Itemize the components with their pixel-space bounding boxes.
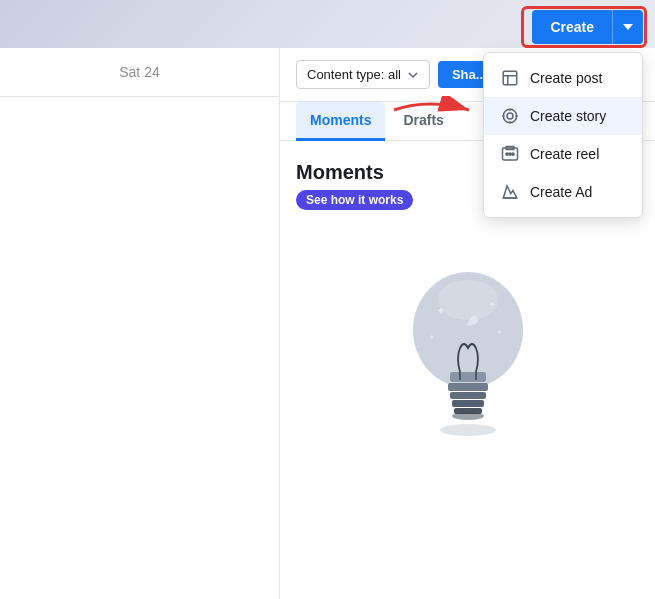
- svg-point-27: [440, 424, 496, 436]
- see-how-badge[interactable]: See how it works: [296, 190, 413, 210]
- tab-moments[interactable]: Moments: [296, 102, 385, 141]
- svg-text:✦: ✦: [496, 328, 503, 337]
- svg-point-12: [509, 153, 511, 155]
- dropdown-item-create-reel[interactable]: Create reel: [484, 135, 642, 173]
- svg-rect-24: [452, 400, 484, 407]
- create-story-label: Create story: [530, 108, 606, 124]
- content-type-select[interactable]: Content type: all: [296, 60, 430, 89]
- create-post-label: Create post: [530, 70, 602, 86]
- dropdown-menu: Create post Create story Create r: [483, 52, 643, 218]
- content-type-chevron-icon: [407, 69, 419, 81]
- ad-icon: [500, 182, 520, 202]
- svg-rect-21: [450, 372, 486, 382]
- story-icon: [500, 106, 520, 126]
- illustration-area: ✦ ✦ ✦ ✦: [296, 240, 639, 440]
- svg-rect-22: [448, 383, 488, 391]
- tab-drafts[interactable]: Drafts: [389, 102, 457, 141]
- create-ad-label: Create Ad: [530, 184, 592, 200]
- svg-point-4: [507, 113, 513, 119]
- svg-text:✦: ✦: [488, 299, 496, 310]
- dropdown-item-create-story[interactable]: Create story: [484, 97, 642, 135]
- svg-point-3: [503, 109, 517, 123]
- svg-marker-14: [503, 186, 517, 198]
- dropdown-item-create-post[interactable]: Create post: [484, 59, 642, 97]
- lightbulb-illustration: ✦ ✦ ✦ ✦: [388, 240, 548, 440]
- svg-rect-23: [450, 392, 486, 399]
- top-bar: Create: [0, 0, 655, 48]
- moments-title: Moments: [296, 161, 413, 184]
- svg-text:✦: ✦: [428, 333, 435, 342]
- svg-point-26: [452, 412, 484, 420]
- dropdown-item-create-ad[interactable]: Create Ad: [484, 173, 642, 211]
- sidebar-date: Sat 24: [0, 48, 279, 97]
- chevron-down-icon: [623, 24, 633, 30]
- reel-icon: [500, 144, 520, 164]
- create-main-button[interactable]: Create: [532, 10, 612, 44]
- svg-rect-0: [503, 71, 517, 85]
- content-type-label: Content type: all: [307, 67, 401, 82]
- moments-title-area: Moments See how it works: [296, 161, 413, 210]
- svg-text:✦: ✦: [436, 304, 446, 318]
- create-dropdown-button[interactable]: [612, 10, 643, 44]
- create-reel-label: Create reel: [530, 146, 599, 162]
- svg-point-11: [506, 153, 508, 155]
- create-button-group: Create: [532, 10, 643, 44]
- sidebar: Sat 24: [0, 48, 280, 599]
- post-icon: [500, 68, 520, 88]
- svg-point-13: [512, 153, 514, 155]
